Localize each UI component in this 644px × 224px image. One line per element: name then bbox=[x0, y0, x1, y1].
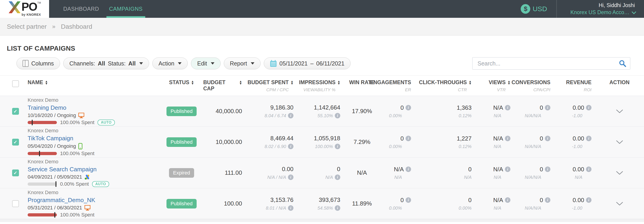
expand-row-button[interactable] bbox=[595, 109, 644, 114]
caret-down-icon bbox=[211, 62, 214, 65]
spent-label: 0.00% Spent bbox=[60, 181, 89, 187]
search-icon[interactable] bbox=[619, 60, 626, 68]
conversions-value: 0 bbox=[540, 104, 543, 111]
info-icon[interactable]: i bbox=[406, 136, 411, 141]
search-input[interactable] bbox=[472, 57, 630, 70]
info-icon[interactable]: i bbox=[545, 136, 550, 141]
chevron-down-icon bbox=[616, 109, 624, 114]
spent-label: 100.00% Spent bbox=[60, 151, 94, 157]
info-icon[interactable]: i bbox=[335, 205, 340, 211]
columns-icon bbox=[22, 60, 28, 67]
next-row-partial bbox=[0, 219, 644, 222]
header-views[interactable]: VIEWSVTR ▲▼ bbox=[475, 79, 514, 92]
breadcrumb-select-partner[interactable]: Select partner bbox=[7, 23, 46, 30]
row-checkbox[interactable]: ✓ bbox=[12, 170, 19, 176]
info-icon[interactable]: i bbox=[335, 144, 340, 149]
info-icon[interactable]: i bbox=[288, 175, 294, 180]
sort-icon[interactable]: ▲▼ bbox=[337, 80, 340, 85]
breadcrumb-dashboard[interactable]: Dashboard bbox=[61, 23, 92, 30]
select-all-checkbox[interactable]: ✓ bbox=[12, 80, 19, 87]
advertiser-name: Knorex Demo bbox=[28, 190, 160, 196]
campaign-dates: 04/09/2021 / 05/09/2021 bbox=[28, 174, 82, 180]
auto-badge: AUTO bbox=[98, 120, 115, 125]
page-title: LIST OF CAMPAIGNS bbox=[0, 45, 644, 52]
sort-icon[interactable]: ▲▼ bbox=[191, 80, 194, 85]
info-icon[interactable]: i bbox=[406, 105, 411, 110]
budget-progress-bar bbox=[28, 183, 57, 186]
date-range-picker[interactable]: 05/11/2021 – 06/11/2021 bbox=[264, 57, 350, 69]
info-icon[interactable]: i bbox=[406, 197, 411, 203]
expand-row-button[interactable] bbox=[595, 140, 644, 144]
chevron-down-icon bbox=[616, 140, 624, 144]
columns-button[interactable]: Columns bbox=[16, 57, 60, 69]
info-icon[interactable]: i bbox=[545, 197, 550, 203]
campaign-dates: 05/04/2020 / Ongoing bbox=[28, 143, 76, 149]
sort-icon[interactable]: ▲▼ bbox=[45, 80, 48, 85]
header-budget-spent[interactable]: BUDGET SPENTCPM / CPC ▲▼ bbox=[246, 79, 297, 92]
campaign-link[interactable]: Service Search Campaign bbox=[28, 166, 160, 173]
header-name[interactable]: NAME ▲▼ bbox=[24, 79, 160, 92]
tab-campaigns[interactable]: CAMPAIGNS bbox=[104, 0, 148, 18]
xpo-logo[interactable]: PO TM by KNOREX bbox=[0, 0, 49, 18]
app-window: PO TM by KNOREX DASHBOARD CAMPAIGNS $ US… bbox=[0, 0, 644, 224]
sort-icon[interactable]: ▲▼ bbox=[508, 80, 510, 85]
header-budget-cap[interactable]: BUDGET CAP ▲▼ bbox=[203, 79, 246, 92]
edit-dropdown[interactable]: Edit bbox=[191, 57, 220, 69]
campaign-link[interactable]: Training Demo bbox=[28, 104, 160, 111]
revenue-value: 0.00 bbox=[572, 135, 584, 142]
expand-row-button[interactable] bbox=[595, 202, 644, 206]
account-name: Knorex US Demo Acco… bbox=[570, 9, 630, 15]
logo-tm: TM bbox=[37, 1, 41, 4]
row-checkbox[interactable]: ✓ bbox=[12, 108, 19, 115]
sort-icon[interactable]: ▲▼ bbox=[239, 80, 242, 85]
campaign-link[interactable]: Programmatic_Demo_NK bbox=[28, 197, 160, 204]
spent-label: 100.00% Spent bbox=[60, 120, 94, 125]
row-checkbox[interactable]: ✓ bbox=[12, 200, 19, 207]
info-icon[interactable]: i bbox=[586, 136, 592, 141]
action-dropdown[interactable]: Action bbox=[152, 57, 188, 69]
header-status[interactable]: STATUS ▲▼ bbox=[160, 79, 203, 92]
advertiser-name: Knorex Demo bbox=[28, 128, 160, 134]
header-impressions[interactable]: IMPRESSIONSVIEWABILITY % ▲▼ bbox=[297, 79, 344, 92]
chevron-down-icon bbox=[632, 9, 636, 14]
info-icon[interactable]: i bbox=[586, 105, 592, 110]
report-dropdown[interactable]: Report bbox=[224, 57, 260, 69]
tab-dashboard[interactable]: DASHBOARD bbox=[58, 0, 104, 18]
info-icon[interactable]: i bbox=[505, 105, 510, 110]
info-icon[interactable]: i bbox=[335, 175, 340, 180]
main-nav-tabs: DASHBOARD CAMPAIGNS bbox=[58, 0, 148, 18]
sort-icon[interactable]: ▲▼ bbox=[468, 80, 472, 85]
info-icon[interactable]: i bbox=[505, 197, 510, 203]
top-navbar: PO TM by KNOREX DASHBOARD CAMPAIGNS $ US… bbox=[0, 0, 644, 18]
header-click-throughs[interactable]: CLICK-THROUGHSCTR ▲▼ bbox=[414, 79, 475, 92]
info-icon[interactable]: i bbox=[288, 205, 294, 211]
info-icon[interactable]: i bbox=[545, 167, 550, 172]
expand-row-button[interactable] bbox=[595, 171, 644, 175]
logo-subtitle: by KNOREX bbox=[22, 13, 41, 16]
info-icon[interactable]: i bbox=[505, 136, 510, 141]
google-ads-icon bbox=[84, 174, 90, 180]
info-icon[interactable]: i bbox=[505, 167, 510, 172]
info-icon[interactable]: i bbox=[406, 167, 411, 172]
info-icon[interactable]: i bbox=[545, 105, 550, 110]
user-menu[interactable]: Hi, Siddhi Joshi Knorex US Demo Acco… bbox=[557, 2, 644, 15]
info-icon[interactable]: i bbox=[288, 113, 294, 118]
sort-icon[interactable]: ▲▼ bbox=[290, 80, 294, 85]
row-checkbox[interactable]: ✓ bbox=[12, 139, 19, 146]
channels-status-filter[interactable]: Channels:All Status:All bbox=[63, 57, 149, 69]
info-icon[interactable]: i bbox=[586, 197, 592, 203]
info-icon[interactable]: i bbox=[288, 144, 294, 149]
date-separator: – bbox=[310, 60, 314, 67]
advertiser-name: Knorex Demo bbox=[28, 159, 160, 165]
xpo-x-mark-icon bbox=[8, 1, 21, 13]
revenue-value: 0.00 bbox=[572, 197, 584, 204]
currency-selector[interactable]: $ USD bbox=[521, 4, 547, 14]
currency-code: USD bbox=[532, 5, 547, 13]
views-value: N/A bbox=[493, 104, 503, 111]
header-action: ACTION bbox=[595, 79, 644, 92]
info-icon[interactable]: i bbox=[335, 113, 340, 118]
info-icon[interactable]: i bbox=[586, 167, 592, 172]
header-revenue: REVENUEROI bbox=[554, 79, 595, 92]
header-conversions: CONVERSIONSCPA/CPI bbox=[514, 79, 554, 92]
campaign-link[interactable]: TikTok Campaign bbox=[28, 135, 160, 142]
